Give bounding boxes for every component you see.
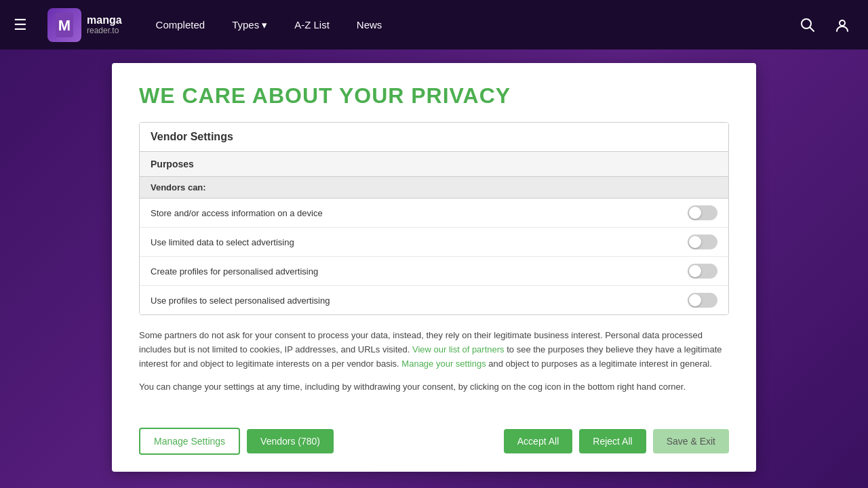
- save-exit-button[interactable]: Save & Exit: [653, 429, 729, 453]
- privacy-modal: WE CARE ABOUT YOUR PRIVACY Vendor Settin…: [112, 63, 756, 472]
- page-content: lovers can have access to their manga of…: [0, 485, 868, 488]
- site-logo[interactable]: M manga reader.to: [47, 8, 122, 42]
- toggle-row-1: Store and/or access information on a dev…: [140, 199, 728, 228]
- purposes-header: Purposes: [140, 152, 728, 177]
- nav-completed[interactable]: Completed: [156, 19, 205, 30]
- navbar: ☰ M manga reader.to Completed Types ▾ A-…: [0, 0, 868, 49]
- vendors-button[interactable]: Vendors (780): [247, 429, 334, 453]
- privacy-header: WE CARE ABOUT YOUR PRIVACY: [112, 63, 756, 122]
- nav-types[interactable]: Types ▾: [232, 19, 267, 31]
- button-row: Manage Settings Vendors (780) Accept All…: [112, 418, 756, 472]
- svg-line-3: [810, 27, 814, 31]
- toggle-label-3: Create profiles for personalised adverti…: [151, 266, 318, 277]
- main-content: WE CARE ABOUT YOUR PRIVACY Vendor Settin…: [0, 49, 868, 485]
- toggle-label-1: Store and/or access information on a dev…: [151, 208, 323, 218]
- vendor-settings-box: Vendor Settings Purposes Vendors can: St…: [139, 122, 729, 315]
- nav-news[interactable]: News: [357, 19, 382, 30]
- logo-icon: M: [47, 8, 81, 42]
- search-button[interactable]: [795, 13, 820, 37]
- logo-text: manga reader.to: [87, 14, 122, 35]
- manage-settings-button[interactable]: Manage Settings: [139, 428, 240, 455]
- toggle-switch-1[interactable]: [688, 205, 717, 220]
- user-profile-button[interactable]: [830, 13, 854, 37]
- toggle-label-2: Use limited data to select advertising: [151, 237, 294, 247]
- toggle-switch-2[interactable]: [688, 235, 717, 249]
- toggle-row-3: Create profiles for personalised adverti…: [140, 257, 728, 286]
- info-paragraph-2: You can change your settings at any time…: [139, 380, 729, 394]
- toggle-label-4: Use profiles to select personalised adve…: [151, 296, 330, 306]
- nav-icons: [795, 13, 854, 37]
- vendors-can-header: Vendors can:: [140, 177, 728, 199]
- hamburger-button[interactable]: ☰: [14, 16, 27, 34]
- info-text-area: Some partners do not ask for your consen…: [112, 315, 756, 418]
- svg-text:M: M: [58, 17, 71, 34]
- reject-all-button[interactable]: Reject All: [579, 429, 646, 453]
- nav-links: Completed Types ▾ A-Z List News: [156, 19, 382, 31]
- svg-point-4: [840, 20, 845, 26]
- toggle-row-2: Use limited data to select advertising: [140, 228, 728, 257]
- manage-settings-link[interactable]: Manage your settings: [401, 359, 486, 369]
- accept-all-button[interactable]: Accept All: [504, 429, 572, 453]
- privacy-title: WE CARE ABOUT YOUR PRIVACY: [139, 83, 729, 108]
- toggle-switch-3[interactable]: [688, 264, 717, 279]
- partners-link[interactable]: View our list of partners: [412, 344, 505, 354]
- toggle-switch-4[interactable]: [688, 293, 717, 308]
- vendor-settings-header: Vendor Settings: [140, 123, 728, 152]
- toggle-row-4: Use profiles to select personalised adve…: [140, 286, 728, 314]
- info-paragraph-1: Some partners do not ask for your consen…: [139, 329, 729, 371]
- nav-az-list[interactable]: A-Z List: [294, 19, 330, 30]
- chevron-down-icon: ▾: [262, 19, 267, 31]
